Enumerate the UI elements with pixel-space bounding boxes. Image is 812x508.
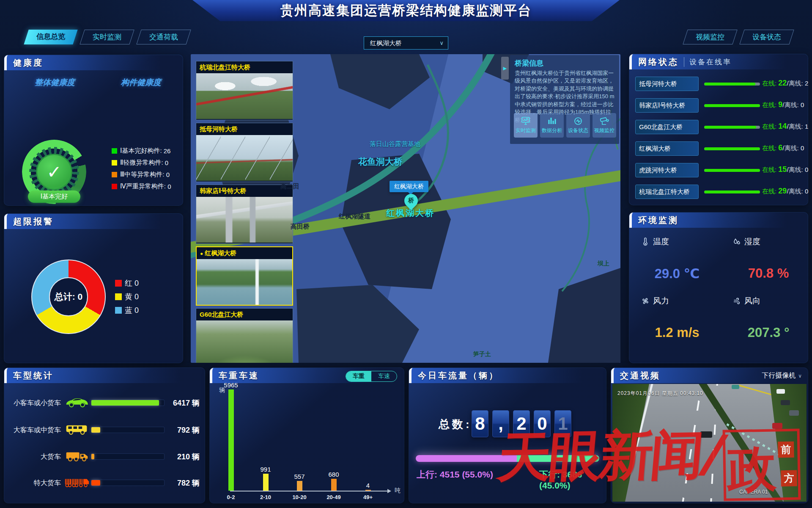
vehicle [772,423,782,429]
popup-title: 桥梁信息 [515,58,614,68]
vehicle [732,385,739,389]
bridge-card-title: 杭瑞北盘江特大桥 [196,61,293,73]
device-status-button[interactable]: 设备状态 [566,113,590,138]
x-tick-label: 10-20 [288,494,311,500]
chart-bar: 557 [288,473,311,491]
device-status-icon [573,116,584,126]
alarm-panel-header: 超限报警 [4,214,183,229]
bridge-select-value: 红枫湖大桥 [370,39,402,47]
bridge-photo [196,135,293,181]
vehicle-type-label: 小客车或小货车 [7,399,61,408]
thermometer-icon [641,237,650,246]
tab-traffic-load[interactable]: 交通荷载 [136,30,191,44]
vehicle-count: 782 辆 [166,478,200,488]
vehicle-count: 792 辆 [166,425,200,435]
vehicle-bar [91,400,164,406]
alarm-legend: 红 0 黄 0 蓝 0 [115,276,139,317]
cctv-camera-icon [599,116,610,126]
bridge-card[interactable]: 抵母河特大桥 [196,123,293,182]
toggle-speed[interactable]: 车速 [371,371,397,381]
online-rate-bar [704,126,760,129]
legend-item: Ⅱ轻微异常构件: 0 [112,157,171,168]
online-rate-bar [704,83,760,86]
bridge-map[interactable]: 杭瑞北盘江特大桥 抵母河特大桥 韩家店Ⅰ号特大桥 ●红枫湖大桥 G60北盘江大桥… [191,54,620,363]
tab-device-status[interactable]: 设备状态 [739,30,794,44]
panel-expand-handle[interactable]: ▶ [501,57,509,80]
environment-panel-header: 环境监测 [629,213,808,228]
network-row: G60北盘江大桥 在线: 14/离线: 1 [635,119,803,135]
device-online-rate-label: 设备在线率 [684,57,732,67]
vehicle-row: 大货车 210 辆 [4,447,203,466]
vehicle-row: 大客车或中货车 792 辆 [4,421,203,439]
x-axis [230,491,390,491]
bridge-name-chip: 红枫湖大桥 [635,141,699,156]
realtime-monitor-button[interactable]: 实时监测 [514,113,538,138]
downstream-label: 下行: 3686 (45.0%) [539,469,606,491]
online-rate-bar [704,190,760,193]
car-icon [64,395,90,411]
bridge-photo [196,197,293,243]
vehicle-stats-panel: 车型统计 小客车或小货车 6417 辆 大客车或中货车 792 辆 大货车 21… [4,368,205,503]
popup-buttons: 实时监测 数据分析 设备状态 [514,113,616,138]
vehicle-type-label: 大客车或中货车 [7,426,61,435]
traffic-video-panel: 交通视频 下行摄像机∨ 2023年01月06日 星期五 00:43:10 CAM… [611,368,808,503]
tab-info-overview[interactable]: 信息总览 [24,30,77,44]
weight-speed-panel: 车重车速 车重 车速 辆 吨 5965 991 557 680 4 0 [210,368,404,503]
legend-item: 蓝 0 [115,304,139,317]
play-icon: ▶ [503,66,507,71]
online-rate-bar [704,104,760,107]
vehicle-type-label: 特大货车 [7,479,61,488]
camera-select-dropdown[interactable]: 下行摄像机∨ [762,371,802,380]
nav-tabs-left: 信息总览 实时监测 交通荷载 [26,30,189,44]
environment-panel-title: 环境监测 [638,215,679,226]
bridge-card[interactable]: G60北盘江大桥 [196,308,293,363]
toggle-weight[interactable]: 车重 [346,371,371,381]
monitor-icon [520,116,531,126]
x-tick-label: 2-10 [254,494,277,500]
bridge-card-list: 杭瑞北盘江特大桥 抵母河特大桥 韩家店Ⅰ号特大桥 ●红枫湖大桥 G60北盘江大桥 [196,61,293,363]
legend-item: Ⅲ中等异常构件: 0 [112,168,171,180]
vehicle-bar [91,454,164,459]
traffic-flow-header: 今日车流量（辆） [409,368,606,383]
map-bridge-tooltip[interactable]: 红枫湖大桥 [390,181,428,192]
lane-marking [679,384,703,502]
temperature-value: 29.0 ℃ [641,266,713,282]
chart-bar: 5965 [219,381,243,491]
network-row: 红枫湖大桥 在线: 6/离线: 0 [635,140,803,157]
vehicle-stats-title: 车型统计 [13,370,54,381]
tab-realtime-monitor[interactable]: 实时监测 [80,30,134,44]
weight-speed-title: 车重车速 [219,370,259,381]
road-train-icon [64,475,90,491]
upstream-label: 上行: 4515 (55.0%) [417,469,493,480]
health-status-badge: Ⅰ基本完好 [28,190,80,203]
bridge-card-title: 韩家店Ⅰ号特大桥 [196,185,293,197]
component-health-legend: Ⅰ基本完好构件: 26 Ⅱ轻微异常构件: 0 Ⅲ中等异常构件: 0 Ⅳ严重异常构… [112,145,171,192]
fan-icon [641,297,650,305]
x-tick-label: 0-2 [219,494,243,500]
tab-video-monitor[interactable]: 视频监控 [683,30,737,44]
bridge-select-dropdown[interactable]: 红枫湖大桥 ∨ [364,36,448,50]
chart-bar: 4 [356,482,380,491]
up-down-ratio-bar [416,455,599,462]
bridge-card[interactable]: 杭瑞北盘江特大桥 [196,61,293,120]
wind-direction-value: 207.3 ° [732,325,804,340]
component-health-label: 构件健康度 [121,77,161,88]
weight-speed-toggle[interactable]: 车重 车速 [346,371,397,382]
wind-speed-value: 1.2 m/s [641,325,713,340]
map-label: 坝上 [598,260,609,268]
video-timestamp: 2023年01月06日 星期五 00:43:10 [617,390,703,397]
env-cell-temperature: 温度 29.0 ℃ [641,236,721,287]
legend-item: Ⅰ基本完好构件: 26 [112,145,171,157]
legend-item: Ⅳ严重异常构件: 0 [112,180,171,192]
bridge-photo [197,259,292,305]
network-row: 杭瑞北盘江特大桥 在线: 29/离线: 0 [635,183,803,200]
bridge-card-selected[interactable]: ●红枫湖大桥 [196,246,293,306]
page-title: 贵州高速集团运营桥梁结构健康监测平台 [280,2,532,19]
data-analysis-button[interactable]: 数据分析 [540,113,564,138]
bridge-card-title: G60北盘江大桥 [196,309,293,320]
traffic-flow-title: 今日车流量（辆） [418,370,499,381]
map-label: 红枫湖隧道 [339,213,370,221]
map-label: 高二田 [280,182,299,190]
bridge-card[interactable]: 韩家店Ⅰ号特大桥 [196,185,293,244]
video-monitor-button[interactable]: 视频监控 [593,113,616,138]
